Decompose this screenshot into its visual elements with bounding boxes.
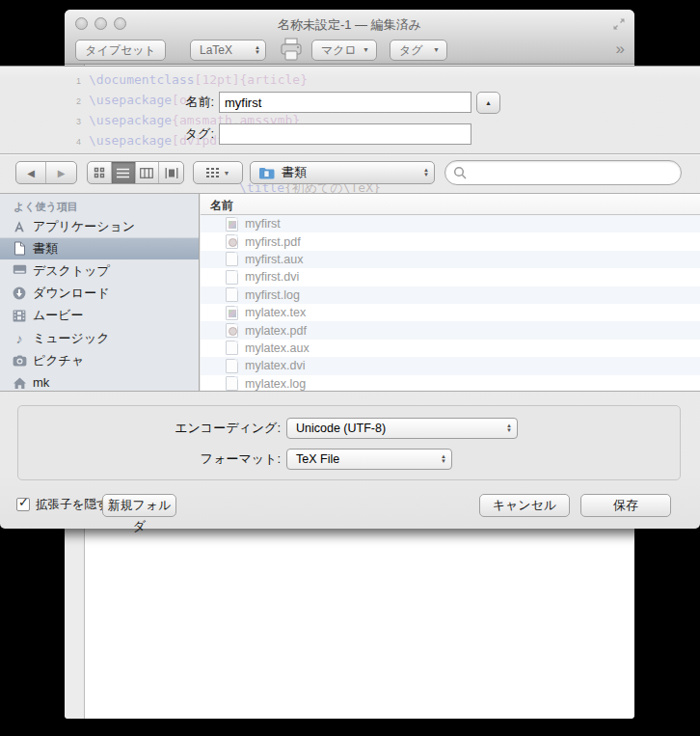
music-icon: ♪ xyxy=(12,331,27,346)
cancel-button[interactable]: キャンセル xyxy=(479,494,570,517)
nav-buttons: ◀ ▶ xyxy=(15,161,77,184)
new-folder-button[interactable]: 新規フォルダ xyxy=(102,494,176,517)
forward-icon: ▶ xyxy=(58,168,66,178)
ghost-code-line: \documentclass[12pt]{article} xyxy=(89,72,308,87)
file-row[interactable]: mylatex.aux xyxy=(201,340,700,357)
ghost-line-number: 2 xyxy=(67,96,81,106)
ghost-line-number: 4 xyxy=(67,137,81,147)
stepper-icon: ▲▼ xyxy=(441,454,446,464)
column-view-button[interactable] xyxy=(136,162,160,183)
disclosure-up-icon: ▲ xyxy=(485,99,492,106)
generic-file-icon xyxy=(226,359,238,373)
generic-file-icon xyxy=(226,376,238,391)
search-field[interactable] xyxy=(444,160,682,185)
save-options-box: エンコーディング: Unicode (UTF-8) ▲▼ フォーマット: TeX… xyxy=(17,405,681,480)
file-row[interactable]: myfirst.pdf xyxy=(201,232,700,250)
back-icon: ◀ xyxy=(27,168,35,178)
file-row[interactable]: myfirst xyxy=(201,215,700,232)
sidebar-item-downloads[interactable]: ダウンロード xyxy=(0,283,199,305)
generic-file-icon xyxy=(226,287,238,302)
back-button[interactable]: ◀ xyxy=(16,162,46,183)
macro-popup[interactable]: マクロ ▼ xyxy=(311,40,377,61)
view-mode-control xyxy=(87,161,184,184)
sidebar-item-home[interactable]: mk xyxy=(0,371,199,391)
fullscreen-icon[interactable] xyxy=(612,17,626,31)
sidebar: よく使う項目 アプリケーション 書類 xyxy=(0,194,200,391)
checkmark-icon: ✓ xyxy=(18,495,29,509)
sidebar-item-applications[interactable]: アプリケーション xyxy=(0,215,199,237)
file-rows: myfirst myfirst.pdf myfirst.aux myfirst.… xyxy=(201,215,700,392)
column-view-icon xyxy=(140,168,153,178)
sidebar-item-pictures[interactable]: ピクチャ xyxy=(0,349,199,371)
arrange-grid-icon xyxy=(206,168,219,177)
encoding-label: エンコーディング: xyxy=(18,418,281,439)
stepper-icon: ▲▼ xyxy=(255,45,260,55)
name-column-header[interactable]: 名前 xyxy=(201,194,700,215)
coverflow-view-button[interactable] xyxy=(159,162,183,183)
pdf-file-icon xyxy=(226,323,238,338)
save-button[interactable]: 保存 xyxy=(580,494,671,517)
location-folder-label: 書類 xyxy=(282,164,307,181)
sidebar-item-movies[interactable]: ムービー xyxy=(0,305,199,327)
hide-extension-label: 拡張子を隠す xyxy=(36,497,109,513)
file-row[interactable]: myfirst.log xyxy=(201,286,700,304)
file-row[interactable]: mylatex.dvi xyxy=(201,357,700,374)
sidebar-item-desktop[interactable]: デスクトップ xyxy=(0,259,199,282)
movies-icon xyxy=(12,308,27,323)
search-icon xyxy=(453,166,468,180)
tags-popup[interactable]: タグ ▼ xyxy=(390,40,447,61)
pictures-icon xyxy=(12,353,27,368)
downloads-icon xyxy=(12,286,27,301)
icon-view-button[interactable] xyxy=(88,162,112,183)
file-row[interactable]: mylatex.tex xyxy=(201,304,700,321)
file-row[interactable]: myfirst.aux xyxy=(201,251,700,268)
icon-view-icon xyxy=(94,167,105,178)
print-icon[interactable] xyxy=(277,38,306,63)
location-popup[interactable]: 書類 ▲▼ xyxy=(250,161,435,184)
tags-input[interactable] xyxy=(219,123,471,145)
filename-input[interactable] xyxy=(219,92,471,113)
dropdown-arrow-icon: ▼ xyxy=(433,41,440,60)
format-label: フォーマット: xyxy=(18,449,281,470)
generic-file-icon xyxy=(226,270,238,285)
generic-file-icon xyxy=(226,252,238,266)
encoding-popup[interactable]: Unicode (UTF-8) ▲▼ xyxy=(286,418,518,439)
forward-button[interactable]: ▶ xyxy=(46,162,76,183)
format-popup[interactable]: TeX File ▲▼ xyxy=(286,449,452,470)
coverflow-view-icon xyxy=(165,168,178,178)
tex-file-icon xyxy=(226,217,238,232)
ghost-line-number: 3 xyxy=(67,117,81,126)
file-row[interactable]: myfirst.dvi xyxy=(201,268,700,286)
tex-file-icon xyxy=(226,306,238,320)
pdf-file-icon xyxy=(226,234,238,249)
screen: 名称未設定-1 — 編集済み タイプセット LaTeX ▲▼ xyxy=(0,0,700,736)
ghost-line-number: 1 xyxy=(67,76,81,86)
stepper-icon: ▲▼ xyxy=(423,168,429,177)
dropdown-arrow-icon: ▼ xyxy=(224,170,230,177)
desktop-icon xyxy=(12,263,27,279)
divider xyxy=(0,153,700,154)
generic-file-icon xyxy=(226,341,238,355)
engine-popup[interactable]: LaTeX ▲▼ xyxy=(190,40,266,61)
hide-extension-checkbox[interactable]: ✓ xyxy=(16,498,30,511)
sidebar-section-label: よく使う項目 xyxy=(13,200,78,214)
file-row[interactable]: mylatex.log xyxy=(201,375,700,392)
name-label: 名前: xyxy=(145,92,214,113)
dropdown-arrow-icon: ▼ xyxy=(363,41,369,60)
search-input[interactable] xyxy=(472,163,673,182)
window-toolbar: タイプセット LaTeX ▲▼ マクロ xyxy=(65,37,634,65)
toolbar-overflow-chevron-icon[interactable]: » xyxy=(616,40,625,59)
arrange-popup[interactable]: ▼ xyxy=(193,161,243,184)
sidebar-item-documents[interactable]: 書類 xyxy=(0,237,199,259)
typeset-button[interactable]: タイプセット xyxy=(75,40,166,61)
applications-icon xyxy=(12,219,27,234)
window-chrome: 名称未設定-1 — 編集済み タイプセット LaTeX ▲▼ xyxy=(65,10,634,65)
sidebar-item-music[interactable]: ♪ ミュージック xyxy=(0,327,199,349)
stepper-icon: ▲▼ xyxy=(506,423,512,433)
save-dialog-sheet: 1 2 3 4 \documentclass[12pt]{article} \u… xyxy=(0,66,700,529)
file-list: 名前 myfirst myfirst.pdf myfirst.aux myfir… xyxy=(201,194,700,391)
expand-dialog-button[interactable]: ▲ xyxy=(476,92,500,114)
home-icon xyxy=(12,375,27,391)
file-row[interactable]: mylatex.pdf xyxy=(201,321,700,339)
list-view-button[interactable] xyxy=(112,162,136,183)
